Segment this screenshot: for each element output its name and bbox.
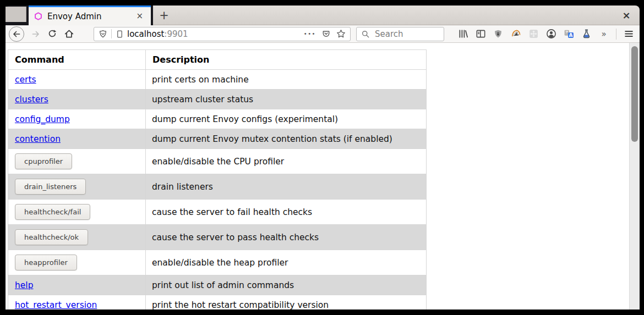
url-bar[interactable]: localhost:9901 ••• (94, 27, 351, 41)
command-description: enable/disable the CPU profiler (146, 149, 427, 174)
flask-icon[interactable] (581, 29, 592, 40)
forward-button[interactable] (30, 28, 42, 40)
table-row: healthcheck/okcause the server to pass h… (8, 225, 427, 250)
home-button[interactable] (63, 28, 75, 40)
table-row: helpprint out list of admin commands (8, 275, 427, 295)
command-cell: certs (8, 70, 146, 90)
command-description: print certs on machine (146, 70, 427, 90)
back-button[interactable] (9, 26, 24, 42)
command-button[interactable]: healthcheck/fail (15, 204, 90, 220)
command-cell: clusters (8, 90, 146, 109)
url-port: :9901 (164, 29, 188, 39)
home-icon (64, 29, 74, 39)
search-box[interactable] (356, 27, 444, 41)
desktop: { "window": { "close_glyph": "×" }, "tab… (0, 0, 644, 315)
command-button[interactable]: cpuprofiler (15, 153, 72, 169)
command-link[interactable]: contention (15, 134, 61, 144)
shield-lock-icon[interactable] (493, 29, 504, 40)
command-table: Command Description certsprint certs on … (8, 49, 427, 310)
browser-window: Envoy Admin × + × (6, 5, 640, 310)
command-link[interactable]: config_dump (15, 114, 70, 124)
command-description: print the hot restart compatibility vers… (146, 295, 427, 310)
command-link[interactable]: certs (15, 75, 36, 85)
urlbar-separator (111, 29, 112, 38)
envoy-favicon-icon (34, 12, 42, 20)
page-actions-icon[interactable]: ••• (304, 31, 316, 37)
command-cell: hot_restart_version (8, 295, 146, 310)
command-description: print out list of admin commands (146, 275, 427, 295)
extension-disabled-icon[interactable] (528, 29, 539, 40)
table-row: healthcheck/failcause the server to fail… (8, 200, 427, 225)
command-description: enable/disable the heap profiler (146, 250, 427, 275)
table-row: contentiondump current Envoy mutex conte… (8, 129, 427, 149)
command-description: dump current Envoy configs (experimental… (146, 109, 427, 129)
page-content: Command Description certsprint certs on … (6, 43, 640, 310)
table-row: clustersupstream cluster status (8, 90, 427, 109)
search-icon (361, 30, 370, 38)
table-row: certsprint certs on machine (8, 70, 427, 90)
command-cell: healthcheck/fail (8, 200, 146, 225)
command-cell: contention (8, 129, 146, 149)
command-cell: heapprofiler (8, 250, 146, 275)
navigation-toolbar: localhost:9901 ••• (6, 25, 640, 43)
command-cell: cpuprofiler (8, 149, 146, 174)
toolbar-extensions-area: A » (457, 29, 634, 40)
privacy-badger-icon[interactable] (510, 29, 521, 40)
table-header-row: Command Description (8, 50, 427, 70)
url-text: localhost:9901 (127, 29, 304, 39)
translate-icon[interactable]: A (563, 29, 574, 40)
command-table-body: certsprint certs on machineclustersupstr… (8, 70, 427, 310)
command-description: upstream cluster status (146, 90, 427, 109)
command-link[interactable]: help (15, 280, 34, 290)
reload-button[interactable] (46, 28, 58, 40)
menu-hamburger-icon[interactable] (623, 29, 634, 40)
command-cell: drain_listeners (8, 174, 146, 200)
command-description: dump current Envoy mutex contention stat… (146, 129, 427, 149)
scrollbar-track[interactable] (629, 43, 640, 310)
table-row: hot_restart_versionprint the hot restart… (8, 295, 427, 310)
command-button[interactable]: healthcheck/ok (15, 229, 88, 245)
command-link[interactable]: clusters (15, 95, 48, 104)
tab-title: Envoy Admin (47, 12, 133, 21)
overflow-chevron-icon[interactable]: » (598, 29, 609, 40)
table-row: cpuprofilerenable/disable the CPU profil… (8, 149, 427, 174)
page-info-icon[interactable] (116, 30, 124, 38)
tab-close-icon[interactable]: × (133, 11, 146, 21)
table-row: heapprofilerenable/disable the heap prof… (8, 250, 427, 275)
command-button[interactable]: drain_listeners (15, 179, 86, 195)
scrollbar-thumb[interactable] (631, 46, 638, 142)
toolbar-separator (616, 29, 616, 40)
titlebar-spacer (6, 7, 26, 22)
command-button[interactable]: heapprofiler (15, 255, 77, 270)
command-cell: healthcheck/ok (8, 225, 146, 250)
pocket-icon[interactable] (321, 29, 331, 38)
sidebar-icon[interactable] (475, 29, 486, 40)
table-row: config_dumpdump current Envoy configs (e… (8, 109, 427, 129)
command-description: cause the server to pass health checks (146, 225, 427, 250)
library-icon[interactable] (457, 29, 468, 40)
command-link[interactable]: hot_restart_version (15, 300, 97, 310)
search-input[interactable] (374, 29, 434, 40)
account-icon[interactable] (545, 29, 556, 40)
url-host: localhost (127, 29, 164, 39)
command-description: drain listeners (146, 174, 427, 200)
column-header-command: Command (8, 50, 146, 70)
forward-arrow-icon (31, 29, 41, 39)
bookmark-star-icon[interactable] (336, 29, 346, 38)
tab-bar: Envoy Admin × + × (6, 5, 640, 25)
titlebar-background (153, 5, 640, 25)
table-row: drain_listenersdrain listeners (8, 174, 427, 200)
command-cell: config_dump (8, 109, 146, 129)
svg-text:A: A (569, 32, 572, 38)
column-header-description: Description (146, 50, 427, 70)
window-close-button[interactable]: × (620, 9, 633, 22)
reload-icon (47, 29, 57, 39)
command-cell: help (8, 275, 146, 295)
tracking-protection-shield-icon[interactable] (99, 30, 107, 38)
back-arrow-icon (12, 29, 21, 39)
tab-envoy-admin[interactable]: Envoy Admin × (29, 5, 151, 25)
new-tab-button[interactable]: + (155, 8, 173, 23)
command-description: cause the server to fail health checks (146, 200, 427, 225)
